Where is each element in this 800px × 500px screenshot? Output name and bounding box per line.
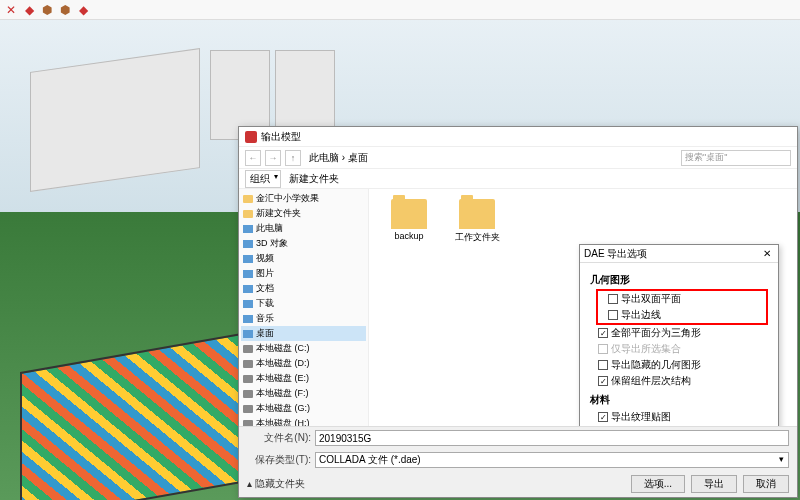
search-input[interactable]: 搜索"桌面" [681,150,791,166]
pc-icon [243,285,253,293]
pc-icon [243,225,253,233]
drive-icon [243,345,253,353]
dialog-body: 金汇中小学效果新建文件夹此电脑3D 对象视频图片文档下载音乐桌面本地磁盘 (C:… [239,189,797,426]
chk-export-edges[interactable]: 导出边线 [600,307,764,323]
tree-node[interactable]: 桌面 [241,326,366,341]
drive-icon [243,390,253,398]
pc-icon [243,315,253,323]
nav-back-icon[interactable]: ← [245,150,261,166]
drive-icon [243,405,253,413]
close-icon[interactable]: ✕ [760,247,774,261]
tree-node[interactable]: 本地磁盘 (G:) [241,401,366,416]
tool-icon-2[interactable]: ◆ [22,3,36,17]
tree-node[interactable]: 本地磁盘 (D:) [241,356,366,371]
filename-label: 文件名(N): [247,431,311,445]
toolbar-row: 组织 新建文件夹 [239,169,797,189]
tree-node[interactable]: 此电脑 [241,221,366,236]
pc-icon [243,240,253,248]
drive-icon [243,375,253,383]
breadcrumb[interactable]: 此电脑 › 桌面 [305,149,677,167]
folder-item[interactable]: 工作文件夹 [447,199,507,244]
app-icon [245,131,257,143]
tree-node[interactable]: 下载 [241,296,366,311]
folder-tree[interactable]: 金汇中小学效果新建文件夹此电脑3D 对象视频图片文档下载音乐桌面本地磁盘 (C:… [239,189,369,426]
export-title: 输出模型 [261,130,301,144]
tree-node[interactable]: 金汇中小学效果 [241,191,366,206]
chk-hidden-geom[interactable]: 导出隐藏的几何图形 [590,357,768,373]
dae-options-dialog: DAE 导出选项 ✕ 几何图形 导出双面平面 导出边线 ✓全部平面分为三角形 仅… [579,244,779,426]
folder-icon [243,210,253,218]
nav-up-icon[interactable]: ↑ [285,150,301,166]
colorful-building [20,328,270,500]
dialog-footer: 文件名(N): 保存类型(T): COLLADA 文件 (*.dae) ▴ 隐藏… [239,426,797,497]
options-title: DAE 导出选项 [584,247,647,261]
building-model [30,48,200,192]
tool-icon-1[interactable]: ✕ [4,3,18,17]
filetype-select[interactable]: COLLADA 文件 (*.dae) [315,452,789,468]
pc-icon [243,255,253,263]
chk-textures[interactable]: ✓导出纹理贴图 [590,409,768,425]
tree-node[interactable]: 文档 [241,281,366,296]
filetype-label: 保存类型(T): [247,453,311,467]
main-toolbar: ✕ ◆ ⬢ ⬢ ◆ [0,0,800,20]
tree-node[interactable]: 音乐 [241,311,366,326]
chk-hierarchy[interactable]: ✓保留组件层次结构 [590,373,768,389]
folder-icon [243,195,253,203]
highlighted-options: 导出双面平面 导出边线 [596,289,768,325]
folder-item[interactable]: backup [379,199,439,241]
hide-folders-toggle[interactable]: ▴ 隐藏文件夹 [247,477,305,491]
pc-icon [243,330,253,338]
tree-node[interactable]: 视频 [241,251,366,266]
chk-double-faces[interactable]: 导出双面平面 [600,291,764,307]
tree-node[interactable]: 本地磁盘 (F:) [241,386,366,401]
file-pane[interactable]: backup工作文件夹 DAE 导出选项 ✕ 几何图形 导出双面平面 导出边线 … [369,189,797,426]
section-material: 材料 [590,393,768,407]
chk-selection-only: 仅导出所选集合 [590,341,768,357]
drive-icon [243,360,253,368]
options-titlebar: DAE 导出选项 ✕ [580,245,778,263]
tree-node[interactable]: 本地磁盘 (E:) [241,371,366,386]
tree-node[interactable]: 本地磁盘 (C:) [241,341,366,356]
tool-icon-4[interactable]: ⬢ [58,3,72,17]
cancel-button[interactable]: 取消 [743,475,789,493]
organize-button[interactable]: 组织 [245,170,281,188]
pc-icon [243,270,253,278]
newfolder-button[interactable]: 新建文件夹 [289,172,339,186]
section-geometry: 几何图形 [590,273,768,287]
tree-node[interactable]: 图片 [241,266,366,281]
tree-node[interactable]: 本地磁盘 (H:) [241,416,366,426]
tool-icon-3[interactable]: ⬢ [40,3,54,17]
export-button[interactable]: 导出 [691,475,737,493]
filename-input[interactable] [315,430,789,446]
nav-row: ← → ↑ 此电脑 › 桌面 搜索"桌面" [239,147,797,169]
chk-triangulate[interactable]: ✓全部平面分为三角形 [590,325,768,341]
pc-icon [243,300,253,308]
folder-label: backup [394,231,423,241]
nav-fwd-icon[interactable]: → [265,150,281,166]
tool-icon-5[interactable]: ◆ [76,3,90,17]
folder-icon [391,199,427,229]
tree-node[interactable]: 3D 对象 [241,236,366,251]
export-titlebar: 输出模型 [239,127,797,147]
export-dialog: 输出模型 ← → ↑ 此电脑 › 桌面 搜索"桌面" 组织 新建文件夹 金汇中小… [238,126,798,498]
folder-label: 工作文件夹 [455,231,500,244]
options-button[interactable]: 选项... [631,475,685,493]
folder-icon [459,199,495,229]
tree-node[interactable]: 新建文件夹 [241,206,366,221]
